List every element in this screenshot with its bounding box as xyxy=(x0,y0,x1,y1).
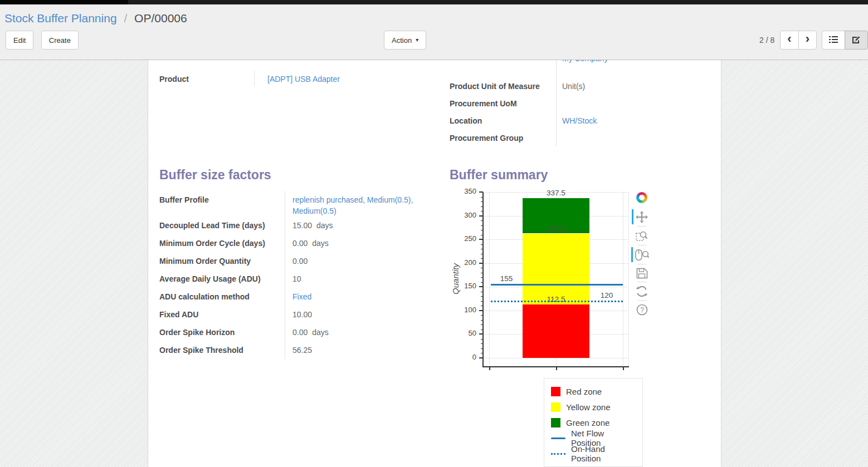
legend-item: On-Hand Position xyxy=(551,446,636,461)
save-icon xyxy=(636,271,648,281)
field-value-cell: 56.25 xyxy=(285,341,438,359)
edit-button[interactable]: Edit xyxy=(6,31,33,50)
field-row: Average Daily Usage (ADU) 10 xyxy=(159,270,438,288)
list-view-button[interactable] xyxy=(822,31,845,50)
field-value: Unit(s) xyxy=(562,82,585,91)
field-link[interactable]: WH/Stock xyxy=(562,116,597,125)
top-field-section: Product [ADPT] USB Adapter My Company Pr… xyxy=(148,60,721,146)
line-value-label: 155 xyxy=(495,274,518,283)
x-axis-tick xyxy=(489,367,490,370)
field-label: Product xyxy=(159,70,254,87)
create-button[interactable]: Create xyxy=(41,31,79,50)
reset-tool-button[interactable] xyxy=(636,282,648,300)
field-label: Order Spike Threshold xyxy=(159,341,285,359)
pager-count[interactable]: 2 / 8 xyxy=(759,36,774,45)
line-value-label: 120 xyxy=(596,291,618,299)
field-value-cell: WH/Stock xyxy=(556,112,717,129)
field-value: 0.00 xyxy=(292,257,308,266)
caret-down-icon: ▾ xyxy=(416,37,418,43)
buffer-section: Buffer size factors Buffer Profile reple… xyxy=(148,168,721,467)
field-row: Order Spike Horizon 0.00days xyxy=(159,323,438,341)
field-value: 15.00 xyxy=(292,221,312,230)
pager-buttons: ‹ › xyxy=(780,31,817,50)
form-view-button[interactable] xyxy=(845,31,868,50)
breadcrumb-link-stock-buffer-planning[interactable]: Stock Buffer Planning xyxy=(4,12,117,24)
legend-swatch xyxy=(551,437,565,439)
legend-item: Green zone xyxy=(551,415,636,430)
field-row: Procurement Group xyxy=(450,129,717,146)
legend-item: Red zone xyxy=(551,384,636,399)
legend-label: On-Hand Position xyxy=(571,444,636,463)
chevron-left-icon: ‹ xyxy=(787,39,791,41)
buffer-factors-field-group: Buffer Profile replenish purchased, Medi… xyxy=(159,191,438,359)
grid-line-vertical xyxy=(489,192,490,366)
company-link-partial[interactable]: My Company xyxy=(562,60,715,64)
buffer-summary-chart: 050100150200250300350112.5262.5337.51551… xyxy=(450,191,651,375)
action-label: Action xyxy=(392,36,412,45)
field-label xyxy=(450,60,556,77)
legend-swatch xyxy=(551,402,560,412)
field-value-cell: replenish purchased, Medium(0.5), Medium… xyxy=(285,191,438,217)
field-label: Fixed ADU xyxy=(159,306,285,323)
field-row: Minimum Order Cycle (days) 0.00days xyxy=(159,234,438,252)
pager-next-button[interactable]: › xyxy=(798,31,817,50)
pan-tool-button[interactable] xyxy=(636,208,648,226)
toolbar: Edit Create Action ▾ 2 / 8 ‹ › xyxy=(0,31,868,60)
box-zoom-icon xyxy=(636,234,648,244)
field-row: Minimum Order Quantity 0.00 xyxy=(159,252,438,270)
clipped-field-row: My Company xyxy=(450,60,717,77)
field-label: Decoupled Lead Time (days) xyxy=(159,217,285,234)
field-value-cell: Unit(s) xyxy=(556,77,717,95)
view-switcher xyxy=(822,31,868,50)
measure-field-group: My Company Product Unit of Measure Unit(… xyxy=(450,60,717,146)
field-link[interactable]: Fixed xyxy=(292,292,311,301)
field-value-cell: [ADPT] USB Adapter xyxy=(254,70,438,87)
reset-icon xyxy=(636,289,648,299)
field-row: Buffer Profile replenish purchased, Medi… xyxy=(159,191,438,217)
zone-value-label: 337.5 xyxy=(539,189,573,197)
save-tool-button[interactable] xyxy=(636,264,648,282)
field-row: Product Unit of Measure Unit(s) xyxy=(450,77,717,95)
field-value-cell: 10.00 xyxy=(285,306,438,323)
wheel-zoom-icon xyxy=(635,253,649,263)
breadcrumb-separator: / xyxy=(124,12,127,24)
wheel-zoom-tool-button[interactable] xyxy=(635,245,649,264)
y-axis-title: Quantity xyxy=(451,195,462,362)
main-content: Product [ADPT] USB Adapter My Company Pr… xyxy=(0,60,868,467)
field-label: ADU calculation method xyxy=(159,288,285,306)
on-hand-position-line xyxy=(491,301,623,302)
field-label: Buffer Profile xyxy=(159,191,285,217)
action-dropdown[interactable]: Action ▾ xyxy=(384,31,426,50)
zone-bar-red-zone xyxy=(523,304,589,358)
chart-plot-area: 050100150200250300350112.5262.5337.51551… xyxy=(450,191,651,375)
breadcrumb-current-record: OP/00006 xyxy=(134,12,187,24)
list-icon xyxy=(829,36,838,45)
field-value-cell: 10 xyxy=(285,270,438,288)
field-value-cell: Fixed xyxy=(285,288,438,306)
zone-bar-yellow-zone xyxy=(523,234,589,305)
help-tool-button[interactable]: ? xyxy=(636,301,648,318)
field-row: Order Spike Threshold 56.25 xyxy=(159,341,438,359)
field-link[interactable]: replenish purchased, Medium(0.5), Medium… xyxy=(292,195,413,215)
y-axis-line xyxy=(482,192,484,367)
legend-swatch xyxy=(551,453,565,455)
field-label: Minimum Order Cycle (days) xyxy=(159,234,285,252)
field-suffix: days xyxy=(312,239,329,248)
field-label: Location xyxy=(450,112,556,129)
chart-toolbar: ? xyxy=(632,192,651,318)
edit-form-icon xyxy=(852,35,861,45)
bokeh-logo-icon[interactable] xyxy=(636,192,647,203)
field-link[interactable]: [ADPT] USB Adapter xyxy=(267,75,340,83)
legend-label: Yellow zone xyxy=(566,402,611,412)
pager-prev-button[interactable]: ‹ xyxy=(780,31,798,50)
field-value-cell: 0.00days xyxy=(285,323,438,341)
buffer-summary-title: Buffer summary xyxy=(450,168,721,182)
field-row: Location WH/Stock xyxy=(450,112,717,129)
field-label: Product Unit of Measure xyxy=(450,77,556,95)
zone-value-label: 262.5 xyxy=(539,224,573,233)
pan-icon xyxy=(636,215,648,225)
field-row: Product [ADPT] USB Adapter xyxy=(159,70,438,87)
box-zoom-tool-button[interactable] xyxy=(636,227,648,245)
field-value: 10 xyxy=(292,274,301,283)
field-label: Minimum Order Quantity xyxy=(159,252,285,270)
